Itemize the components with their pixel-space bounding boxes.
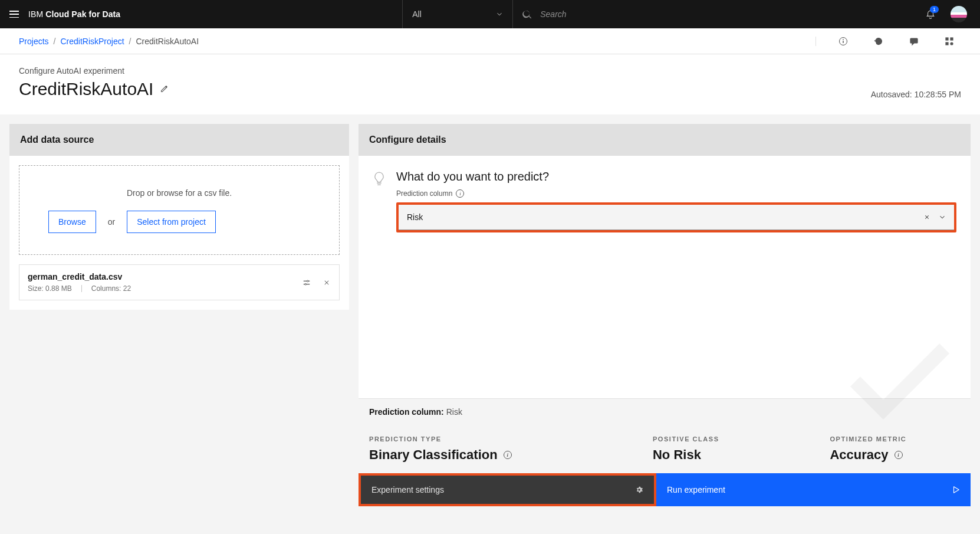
configure-panel: Configure details What do you want to pr… — [359, 124, 971, 506]
search-input[interactable] — [540, 9, 905, 19]
play-icon — [952, 486, 960, 494]
experiment-settings-button[interactable]: Experiment settings — [361, 476, 654, 504]
global-scope-selector[interactable]: All — [402, 0, 513, 28]
clear-icon[interactable] — [923, 214, 930, 221]
dropzone[interactable]: Drop or browse for a csv file. Browse or… — [19, 165, 340, 255]
grid-icon[interactable] — [945, 37, 954, 46]
breadcrumb: Projects / CreditRiskProject / CreditRis… — [19, 37, 199, 46]
prediction-column-value: Risk — [407, 212, 923, 222]
svg-rect-1 — [843, 41, 843, 43]
add-data-header: Add data source — [9, 124, 349, 156]
svg-rect-5 — [951, 38, 953, 40]
prediction-column-select[interactable]: Risk — [399, 205, 954, 230]
run-experiment-button[interactable]: Run experiment — [656, 473, 971, 506]
add-data-panel: Add data source Drop or browse for a csv… — [9, 124, 349, 310]
info-icon[interactable]: i — [504, 451, 512, 459]
checkmark-watermark-icon — [817, 304, 980, 469]
hamburger-icon — [9, 11, 19, 18]
svg-rect-4 — [946, 38, 948, 40]
edit-icon[interactable] — [159, 84, 169, 94]
breadcrumb-projects[interactable]: Projects — [19, 37, 49, 46]
global-search[interactable] — [513, 0, 914, 28]
page-title: CreditRiskAutoAI — [19, 79, 169, 99]
info-circle-icon[interactable] — [838, 37, 848, 46]
browse-button[interactable]: Browse — [48, 211, 96, 233]
breadcrumb-current: CreditRiskAutoAI — [136, 37, 199, 46]
svg-point-8 — [307, 280, 308, 282]
prediction-type-cell: PREDICTION TYPE Binary Classificationi — [369, 435, 606, 463]
avatar-icon — [951, 6, 967, 22]
file-card: german_credit_data.csv Size: 0.88 MB Col… — [19, 264, 340, 300]
notification-badge: 1 — [930, 6, 939, 13]
notifications-button[interactable]: 1 — [916, 0, 945, 28]
brand-label: IBM Cloud Pak for Data — [28, 9, 120, 19]
bottom-button-row: Experiment settings Run experiment — [359, 473, 971, 506]
breadcrumb-project-name[interactable]: CreditRiskProject — [60, 37, 124, 46]
svg-rect-2 — [843, 39, 843, 40]
topbar: IBM Cloud Pak for Data All 1 — [0, 0, 980, 28]
breadcrumb-actions — [815, 37, 961, 46]
chevron-down-icon — [496, 11, 503, 18]
or-label: or — [108, 217, 115, 227]
file-name: german_credit_data.csv — [28, 272, 131, 281]
page-subtitle: Configure AutoAI experiment — [19, 66, 169, 76]
history-icon[interactable] — [874, 37, 883, 46]
gear-icon — [635, 486, 643, 494]
autosave-status: Autosaved: 10:28:55 PM — [871, 90, 961, 99]
lightbulb-icon — [373, 171, 386, 186]
configure-header: Configure details — [359, 124, 971, 156]
search-icon — [522, 9, 532, 19]
user-avatar[interactable] — [945, 0, 973, 28]
settings-sliders-icon[interactable] — [302, 279, 311, 287]
title-area: Configure AutoAI experiment CreditRiskAu… — [0, 54, 980, 114]
info-icon[interactable]: i — [456, 189, 464, 198]
dropzone-text: Drop or browse for a csv file. — [45, 188, 313, 198]
predict-question: What do you want to predict? — [396, 170, 956, 184]
breadcrumb-row: Projects / CreditRiskProject / CreditRis… — [0, 28, 980, 54]
svg-rect-3 — [910, 38, 917, 43]
hamburger-menu[interactable] — [0, 0, 28, 28]
positive-class-cell: POSITIVE CLASS No Risk — [653, 435, 783, 463]
close-icon[interactable] — [323, 279, 331, 287]
scope-value: All — [412, 9, 422, 19]
select-from-project-button[interactable]: Select from project — [127, 211, 216, 233]
svg-point-7 — [951, 42, 953, 45]
svg-point-9 — [305, 283, 307, 285]
svg-rect-6 — [946, 42, 948, 45]
prediction-column-label: Prediction column i — [396, 189, 956, 198]
chevron-down-icon — [939, 214, 946, 221]
comment-icon[interactable] — [909, 37, 919, 46]
